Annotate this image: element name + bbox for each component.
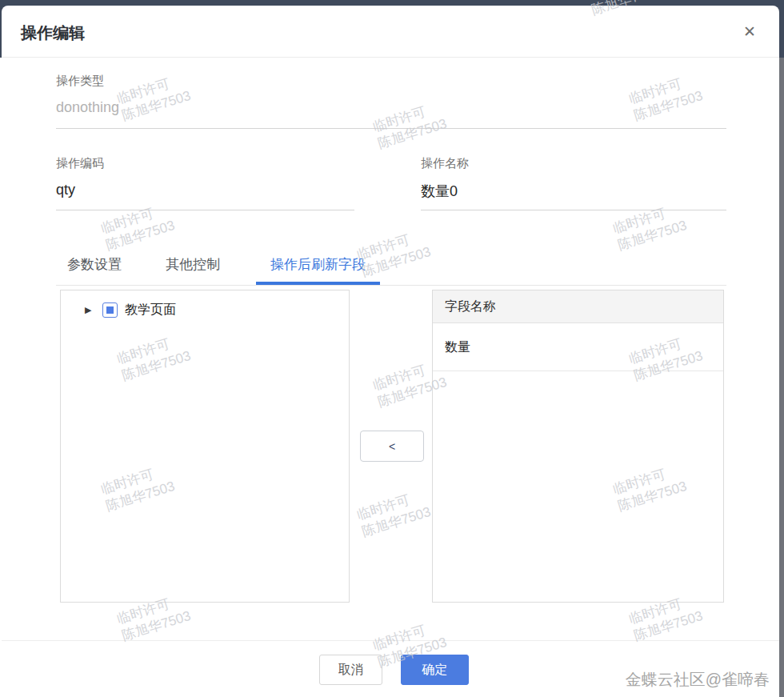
operation-type-value: donothing <box>56 89 726 116</box>
operation-name-input[interactable]: 数量0 <box>421 171 726 201</box>
confirm-button[interactable]: 确定 <box>401 655 469 685</box>
field-name-column-header: 字段名称 <box>433 290 723 323</box>
tree-node-teaching-page[interactable]: ▶ 教学页面 <box>85 301 176 318</box>
tab-parameter-settings[interactable]: 参数设置 <box>67 255 122 274</box>
operation-name-field[interactable]: 操作名称 数量0 <box>421 154 726 210</box>
tree-node-label: 教学页面 <box>125 302 176 318</box>
checkbox-indeterminate-icon[interactable] <box>102 302 118 318</box>
operation-type-field: 操作类型 donothing <box>56 72 726 129</box>
operation-type-label: 操作类型 <box>56 72 726 89</box>
move-left-button[interactable]: < <box>360 431 424 462</box>
footer-divider <box>2 640 779 641</box>
selected-fields-panel: 字段名称 数量 <box>432 290 724 603</box>
table-row[interactable]: 数量 <box>433 323 723 371</box>
dialog-header: 操作编辑 ✕ <box>2 6 779 58</box>
operation-code-input[interactable]: qty <box>56 171 354 198</box>
tab-refresh-fields-after-operation[interactable]: 操作后刷新字段 <box>256 255 380 285</box>
tab-other-control[interactable]: 其他控制 <box>166 255 220 274</box>
tabbar-divider <box>56 285 726 286</box>
operation-name-label: 操作名称 <box>421 154 726 171</box>
cancel-button[interactable]: 取消 <box>319 655 382 685</box>
operation-code-label: 操作编码 <box>56 154 354 171</box>
operation-edit-dialog: 操作编辑 ✕ 操作类型 donothing 操作编码 qty 操作名称 数量0 … <box>2 6 779 697</box>
field-tree-panel: ▶ 教学页面 <box>60 290 350 603</box>
expand-arrow-icon[interactable]: ▶ <box>85 305 96 315</box>
close-icon[interactable]: ✕ <box>741 23 758 41</box>
operation-code-field[interactable]: 操作编码 qty <box>56 154 354 210</box>
dialog-title: 操作编辑 <box>21 22 85 44</box>
page-scrollbar[interactable] <box>779 0 784 697</box>
community-credit-text: 金蝶云社区@雀啼春 <box>626 669 770 691</box>
